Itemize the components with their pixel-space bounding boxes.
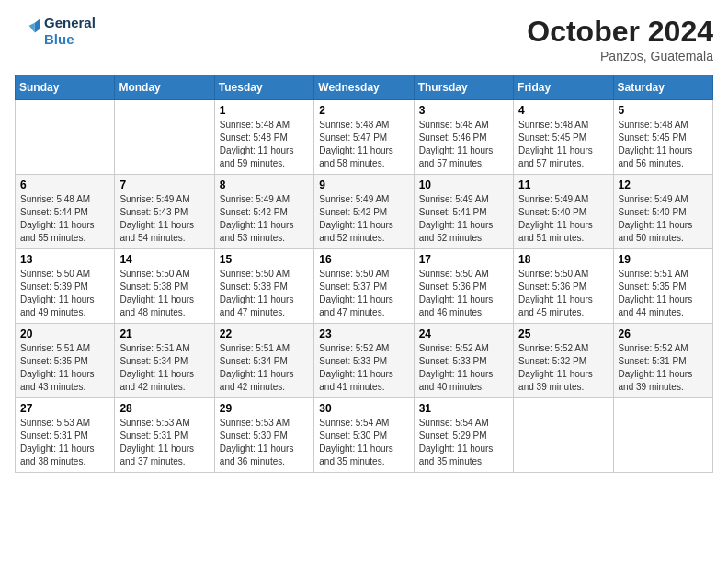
svg-marker-2 [29,23,35,33]
day-number: 14 [119,253,209,266]
day-info: Sunrise: 5:53 AM Sunset: 5:31 PM Dayligh… [119,417,209,468]
day-number: 22 [220,327,309,340]
day-info: Sunrise: 5:49 AM Sunset: 5:43 PM Dayligh… [119,193,209,245]
day-number: 29 [220,402,309,415]
table-row: 2Sunrise: 5:48 AM Sunset: 5:47 PM Daylig… [314,100,414,175]
page-header: General Blue October 2024 Panzos, Guatem… [15,15,713,63]
logo-text: General Blue [44,15,96,48]
day-number: 23 [319,327,408,340]
table-row: 22Sunrise: 5:51 AM Sunset: 5:34 PM Dayli… [214,324,313,398]
title-section: October 2024 Panzos, Guatemala [527,15,713,63]
day-info: Sunrise: 5:50 AM Sunset: 5:37 PM Dayligh… [319,268,408,319]
table-row: 8Sunrise: 5:49 AM Sunset: 5:42 PM Daylig… [214,175,313,249]
location-subtitle: Panzos, Guatemala [527,49,713,63]
logo: General Blue [15,15,96,48]
table-row: 21Sunrise: 5:51 AM Sunset: 5:34 PM Dayli… [115,324,214,398]
day-info: Sunrise: 5:51 AM Sunset: 5:35 PM Dayligh… [619,268,708,319]
day-number: 31 [419,402,508,415]
day-info: Sunrise: 5:50 AM Sunset: 5:39 PM Dayligh… [20,268,109,319]
day-info: Sunrise: 5:48 AM Sunset: 5:48 PM Dayligh… [220,119,309,170]
table-row: 18Sunrise: 5:50 AM Sunset: 5:36 PM Dayli… [514,249,613,324]
day-number: 15 [220,253,309,266]
header-thursday: Thursday [414,75,513,100]
day-info: Sunrise: 5:52 AM Sunset: 5:31 PM Dayligh… [619,342,708,394]
day-number: 6 [20,178,109,191]
day-number: 11 [518,178,608,191]
day-number: 12 [619,178,708,191]
table-row: 30Sunrise: 5:54 AM Sunset: 5:30 PM Dayli… [314,398,414,473]
day-number: 9 [319,178,408,191]
day-number: 19 [619,253,708,266]
day-info: Sunrise: 5:48 AM Sunset: 5:47 PM Dayligh… [319,119,408,170]
calendar-week-2: 6Sunrise: 5:48 AM Sunset: 5:44 PM Daylig… [16,175,713,249]
table-row: 31Sunrise: 5:54 AM Sunset: 5:29 PM Dayli… [414,398,513,473]
table-row: 6Sunrise: 5:48 AM Sunset: 5:44 PM Daylig… [16,175,115,249]
table-row: 11Sunrise: 5:49 AM Sunset: 5:40 PM Dayli… [514,175,613,249]
day-number: 30 [319,402,408,415]
table-row: 14Sunrise: 5:50 AM Sunset: 5:38 PM Dayli… [115,249,214,324]
table-row: 26Sunrise: 5:52 AM Sunset: 5:31 PM Dayli… [613,324,712,398]
day-number: 10 [419,178,508,191]
day-info: Sunrise: 5:49 AM Sunset: 5:41 PM Dayligh… [419,193,508,245]
day-number: 24 [419,327,508,340]
calendar-header-row: Sunday Monday Tuesday Wednesday Thursday… [16,75,713,100]
day-info: Sunrise: 5:51 AM Sunset: 5:34 PM Dayligh… [220,342,309,394]
day-info: Sunrise: 5:52 AM Sunset: 5:32 PM Dayligh… [518,342,608,394]
table-row: 19Sunrise: 5:51 AM Sunset: 5:35 PM Dayli… [613,249,712,324]
header-saturday: Saturday [613,75,712,100]
calendar-week-5: 27Sunrise: 5:53 AM Sunset: 5:31 PM Dayli… [16,398,713,473]
day-info: Sunrise: 5:53 AM Sunset: 5:31 PM Dayligh… [20,417,109,468]
day-number: 16 [319,253,408,266]
day-info: Sunrise: 5:51 AM Sunset: 5:34 PM Dayligh… [119,342,209,394]
calendar-week-1: 1Sunrise: 5:48 AM Sunset: 5:48 PM Daylig… [16,100,713,175]
day-number: 27 [20,402,109,415]
table-row: 20Sunrise: 5:51 AM Sunset: 5:35 PM Dayli… [16,324,115,398]
table-row: 23Sunrise: 5:52 AM Sunset: 5:33 PM Dayli… [314,324,414,398]
table-row: 15Sunrise: 5:50 AM Sunset: 5:38 PM Dayli… [214,249,313,324]
header-tuesday: Tuesday [214,75,313,100]
table-row: 28Sunrise: 5:53 AM Sunset: 5:31 PM Dayli… [115,398,214,473]
table-row: 16Sunrise: 5:50 AM Sunset: 5:37 PM Dayli… [314,249,414,324]
table-row: 27Sunrise: 5:53 AM Sunset: 5:31 PM Dayli… [16,398,115,473]
table-row [613,398,712,473]
day-number: 8 [220,178,309,191]
day-number: 17 [419,253,508,266]
day-number: 28 [119,402,209,415]
logo-icon [15,18,40,44]
calendar-table: Sunday Monday Tuesday Wednesday Thursday… [15,75,713,473]
table-row: 29Sunrise: 5:53 AM Sunset: 5:30 PM Dayli… [214,398,313,473]
table-row: 4Sunrise: 5:48 AM Sunset: 5:45 PM Daylig… [514,100,613,175]
day-number: 2 [319,104,408,117]
day-number: 1 [220,104,309,117]
day-number: 13 [20,253,109,266]
header-wednesday: Wednesday [314,75,414,100]
table-row: 13Sunrise: 5:50 AM Sunset: 5:39 PM Dayli… [16,249,115,324]
table-row: 10Sunrise: 5:49 AM Sunset: 5:41 PM Dayli… [414,175,513,249]
day-number: 18 [518,253,608,266]
day-number: 20 [20,327,109,340]
table-row [16,100,115,175]
table-row: 25Sunrise: 5:52 AM Sunset: 5:32 PM Dayli… [514,324,613,398]
header-monday: Monday [115,75,214,100]
day-info: Sunrise: 5:48 AM Sunset: 5:46 PM Dayligh… [419,119,508,170]
day-number: 5 [619,104,708,117]
day-info: Sunrise: 5:50 AM Sunset: 5:38 PM Dayligh… [119,268,209,319]
day-info: Sunrise: 5:50 AM Sunset: 5:38 PM Dayligh… [220,268,309,319]
table-row [115,100,214,175]
day-info: Sunrise: 5:53 AM Sunset: 5:30 PM Dayligh… [220,417,309,468]
day-number: 25 [518,327,608,340]
svg-marker-1 [35,18,40,33]
header-sunday: Sunday [16,75,115,100]
day-info: Sunrise: 5:49 AM Sunset: 5:40 PM Dayligh… [518,193,608,245]
day-number: 7 [119,178,209,191]
day-info: Sunrise: 5:49 AM Sunset: 5:40 PM Dayligh… [619,193,708,245]
day-info: Sunrise: 5:54 AM Sunset: 5:29 PM Dayligh… [419,417,508,468]
table-row: 9Sunrise: 5:49 AM Sunset: 5:42 PM Daylig… [314,175,414,249]
day-info: Sunrise: 5:49 AM Sunset: 5:42 PM Dayligh… [220,193,309,245]
day-info: Sunrise: 5:51 AM Sunset: 5:35 PM Dayligh… [20,342,109,394]
header-friday: Friday [514,75,613,100]
day-number: 4 [518,104,608,117]
table-row: 1Sunrise: 5:48 AM Sunset: 5:48 PM Daylig… [214,100,313,175]
day-info: Sunrise: 5:49 AM Sunset: 5:42 PM Dayligh… [319,193,408,245]
day-info: Sunrise: 5:48 AM Sunset: 5:45 PM Dayligh… [518,119,608,170]
